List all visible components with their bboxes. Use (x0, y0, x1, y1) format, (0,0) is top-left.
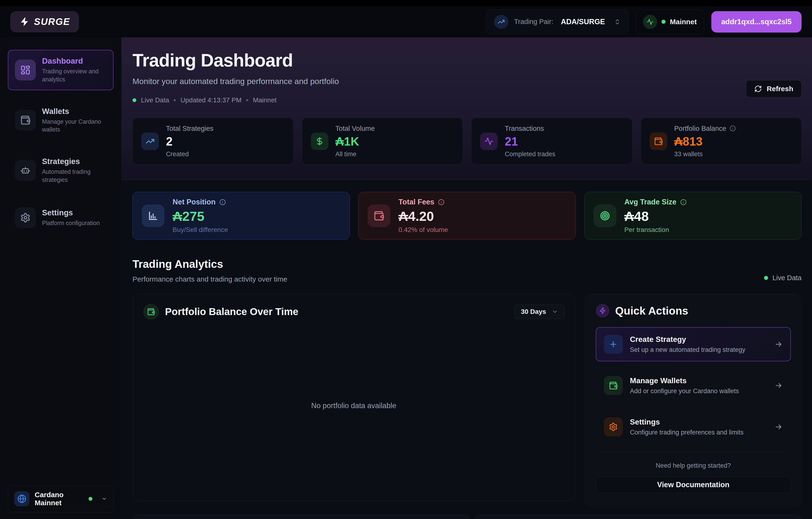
main-content: Trading Dashboard Monitor your automated… (121, 37, 812, 519)
brand-logo[interactable]: SURGE (10, 11, 79, 32)
separator-dot (246, 99, 248, 101)
quick-actions-title: Quick Actions (615, 305, 688, 317)
live-data-label: Live Data (772, 274, 802, 282)
network-online-dot (662, 20, 666, 24)
portfolio-chart-card: Portfolio Balance Over Time 30 Days No p… (133, 294, 575, 501)
sidebar-item-label: Dashboard (42, 57, 106, 65)
sidebar-nav: Dashboard Trading overview and analytics… (8, 50, 114, 235)
quick-action-create-strategy[interactable]: Create Strategy Set up a new automated t… (596, 327, 791, 362)
quick-action-manage-wallets[interactable]: Manage Wallets Add or configure your Car… (596, 369, 791, 403)
chevron-down-icon (102, 495, 107, 502)
page-title: Trading Dashboard (133, 50, 339, 70)
stat-subtitle: Buy/Sell difference (173, 226, 228, 234)
stat-value: ₳1K (336, 135, 375, 148)
network-selector[interactable]: Cardano Mainnet (8, 485, 114, 512)
refresh-icon (754, 85, 762, 93)
stat-subtitle: 0.42% of volume (398, 226, 448, 234)
analytics-subtitle: Performance charts and trading activity … (133, 275, 287, 283)
stat-value: ₳4.20 (398, 208, 448, 224)
status-row: Live Data Updated 4:13:37 PM Mainnet (133, 96, 339, 104)
network-status[interactable]: Mainnet (636, 9, 704, 34)
updated-label: Updated 4:13:37 PM (180, 96, 241, 104)
sidebar-item-description: Trading overview and analytics (42, 67, 106, 84)
stat-subtitle: 33 wallets (674, 150, 736, 158)
quick-action-description: Add or configure your Cardano wallets (630, 387, 767, 395)
wallet-icon (143, 304, 159, 320)
stat-subtitle: Created (166, 150, 213, 158)
top-black-strip (0, 0, 812, 6)
target-icon (593, 204, 616, 227)
range-select[interactable]: 30 Days (515, 305, 564, 319)
sidebar-item-settings[interactable]: Settings Platform configuration (8, 201, 114, 235)
stat-card-total-strategies: Total Strategies 2 Created (133, 118, 293, 165)
stat-value: ₳275 (173, 208, 228, 224)
network-label: Mainnet (670, 18, 697, 26)
trading-pair-label: Trading Pair: (514, 18, 553, 26)
trading-pair-selector[interactable]: Trading Pair: ADA/SURGE (486, 9, 629, 34)
sidebar-item-wallets[interactable]: Wallets Manage your Cardano wallets (8, 100, 114, 141)
stat-title: Portfolio Balance (674, 125, 726, 133)
stat-card-net-position: Net Position ₳275 Buy/Sell difference (133, 192, 350, 239)
chart-card-partial (133, 515, 470, 519)
analytics-header: Trading Analytics Performance charts and… (133, 258, 802, 283)
arrow-right-icon (774, 381, 783, 390)
wallet-address-button[interactable]: addr1qxd...sqxc2sl5 (711, 11, 802, 32)
sidebar-item-strategies[interactable]: Strategies Automated trading strategies (8, 150, 114, 191)
arrow-right-icon (774, 423, 783, 431)
info-icon[interactable] (680, 199, 687, 205)
sidebar-item-label: Strategies (42, 157, 106, 166)
brand-name: SURGE (34, 17, 70, 27)
help-text: Need help getting started? (596, 462, 791, 469)
info-icon[interactable] (220, 199, 226, 205)
trending-up-icon (494, 15, 508, 29)
stat-subtitle: Per transaction (625, 226, 687, 234)
globe-icon (14, 491, 29, 507)
stat-title: Total Strategies (166, 125, 213, 133)
stat-subtitle: All time (336, 150, 375, 158)
wallet-icon (604, 376, 623, 395)
next-charts-row (133, 515, 802, 519)
highlight-stats-grid: Net Position ₳275 Buy/Sell difference (133, 192, 802, 239)
refresh-label: Refresh (767, 85, 793, 93)
sidebar-item-description: Platform configuration (42, 219, 100, 227)
info-icon[interactable] (730, 125, 736, 132)
stat-title: Transactions (505, 125, 544, 133)
stat-card-portfolio-balance: Portfolio Balance ₳813 33 wallets (641, 118, 802, 165)
stat-card-total-volume: Total Volume ₳1K All time (302, 118, 463, 165)
chart-empty-message: No portfolio data available (311, 402, 396, 410)
stats-grid: Total Strategies 2 Created Total Volume … (133, 118, 802, 165)
wallet-icon (649, 133, 667, 150)
live-dot (133, 98, 136, 102)
network-label: Mainnet (253, 96, 277, 104)
gear-icon (604, 417, 623, 436)
quick-action-settings[interactable]: Settings Configure trading preferences a… (596, 410, 791, 444)
chart-card-partial (474, 515, 802, 519)
charts-row: Portfolio Balance Over Time 30 Days No p… (133, 294, 802, 507)
sidebar-item-label: Wallets (42, 107, 106, 116)
info-icon[interactable] (438, 199, 444, 205)
dollar-icon (311, 133, 328, 150)
quick-action-description: Set up a new automated trading strategy (630, 346, 767, 353)
trading-pair-value: ADA/SURGE (561, 18, 605, 26)
stat-title: Total Fees (398, 198, 434, 206)
range-selected-value: 30 Days (521, 308, 546, 316)
dashboard-grid-icon (15, 60, 36, 81)
chart-empty-state: No portfolio data available (143, 320, 564, 492)
pulse-icon (643, 15, 657, 29)
arrow-right-icon (774, 340, 783, 349)
refresh-button[interactable]: Refresh (746, 80, 802, 97)
chevrons-up-down-icon (614, 19, 621, 25)
analytics-title: Trading Analytics (133, 258, 287, 270)
sidebar-item-description: Automated trading strategies (42, 168, 106, 184)
app-root: SURGE Trading Pair: ADA/SURGE Mainnet ad… (0, 0, 812, 519)
network-online-dot (89, 497, 92, 501)
lower-section: Net Position ₳275 Buy/Sell difference (121, 180, 812, 519)
stat-title: Avg Trade Size (625, 198, 676, 206)
stat-card-total-fees: Total Fees ₳4.20 0.42% of volume (358, 192, 576, 239)
live-data-indicator: Live Data (764, 274, 802, 283)
sidebar-item-dashboard[interactable]: Dashboard Trading overview and analytics (8, 50, 114, 90)
bar-chart-icon (142, 204, 165, 227)
view-documentation-button[interactable]: View Documentation (596, 477, 791, 493)
topbar-right: Trading Pair: ADA/SURGE Mainnet addr1qxd… (486, 9, 802, 34)
live-dot (764, 276, 768, 280)
